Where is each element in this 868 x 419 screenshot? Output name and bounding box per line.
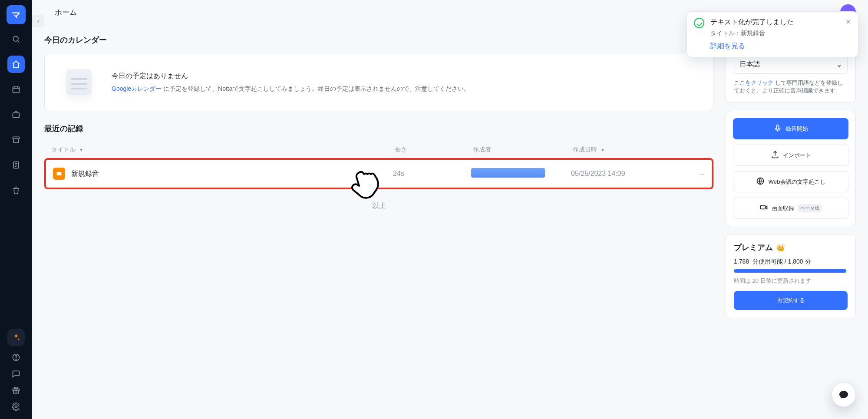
col-created[interactable]: 作成日時 bbox=[573, 146, 597, 153]
sidebar-feedback-icon[interactable] bbox=[12, 370, 20, 380]
col-length: 長さ bbox=[395, 146, 407, 153]
premium-progress bbox=[734, 269, 848, 273]
toast-close-icon[interactable]: ✕ bbox=[845, 18, 851, 51]
sidebar-trash-icon[interactable] bbox=[7, 181, 25, 199]
sidebar: マ bbox=[0, 0, 32, 419]
renew-button[interactable]: 再契約する bbox=[734, 291, 848, 310]
calendar-empty-title: 今日の予定はありません bbox=[112, 72, 470, 81]
records-section-title: 最近の記録 bbox=[44, 123, 713, 134]
page-title: ホーム bbox=[55, 7, 77, 17]
mic-icon bbox=[773, 124, 782, 134]
record-title: 新規録音 bbox=[71, 169, 393, 178]
globe-icon bbox=[756, 177, 765, 187]
svg-rect-14 bbox=[761, 205, 766, 209]
sidebar-archive-icon[interactable] bbox=[7, 131, 25, 148]
sidebar-briefcase-icon[interactable] bbox=[7, 106, 25, 123]
record-more-icon[interactable]: ⋯ bbox=[684, 170, 705, 178]
svg-point-7 bbox=[16, 359, 17, 360]
screen-record-label: 画面収録 bbox=[772, 205, 794, 212]
col-title[interactable]: タイトル bbox=[51, 146, 76, 153]
chat-fab[interactable] bbox=[832, 383, 856, 407]
svg-rect-12 bbox=[777, 125, 779, 129]
check-circle-icon bbox=[694, 18, 704, 28]
sidebar-gift-icon[interactable] bbox=[12, 386, 20, 396]
premium-title: プレミアム bbox=[734, 242, 773, 253]
col-author: 作成者 bbox=[473, 146, 491, 153]
import-button[interactable]: インポート bbox=[733, 145, 848, 166]
sidebar-settings-icon[interactable] bbox=[12, 403, 20, 413]
import-label: インポート bbox=[783, 152, 811, 159]
sidebar-sparkle-icon[interactable] bbox=[7, 329, 25, 346]
beta-badge: ベータ版 bbox=[798, 204, 822, 212]
start-recording-button[interactable]: 録音開始 bbox=[733, 118, 848, 139]
calendar-illustration-icon bbox=[58, 65, 100, 99]
sidebar-search-icon[interactable] bbox=[7, 30, 25, 48]
google-calendar-link[interactable]: Googleカレンダー bbox=[112, 85, 162, 92]
language-value: 日本語 bbox=[739, 60, 760, 69]
sidebar-home-icon[interactable] bbox=[7, 56, 25, 73]
screen-record-icon bbox=[759, 203, 768, 213]
sidebar-note-icon[interactable] bbox=[7, 156, 25, 174]
sort-created-icon[interactable]: ▾ bbox=[601, 147, 604, 153]
app-logo[interactable]: マ bbox=[7, 5, 26, 24]
records-header: タイトル ▾ 長さ 作成者 作成日時 ▾ bbox=[44, 142, 713, 158]
sidebar-collapse-handle[interactable]: › bbox=[32, 15, 44, 27]
renew-label: 再契約する bbox=[777, 297, 805, 304]
language-select[interactable]: 日本語 ⌄ bbox=[734, 55, 848, 74]
start-recording-label: 録音開始 bbox=[785, 125, 808, 133]
actions-panel: 録音開始 インポート Web会議の文字起こし bbox=[726, 111, 856, 226]
web-meeting-label: Web会議の文字起こし bbox=[768, 178, 825, 186]
premium-usage: 1,788 分使用可能 / 1,800 分 bbox=[734, 258, 848, 266]
toast-details-link[interactable]: 詳細を見る bbox=[710, 42, 745, 51]
svg-point-0 bbox=[13, 36, 18, 41]
svg-rect-4 bbox=[13, 137, 20, 139]
chat-bubble-icon bbox=[838, 389, 849, 400]
toast-subtitle: タイトル：新規録音 bbox=[710, 30, 839, 37]
svg-point-9 bbox=[15, 406, 17, 408]
record-created: 05/25/2023 14:09 bbox=[571, 170, 684, 178]
sidebar-calendar-icon[interactable] bbox=[7, 81, 25, 98]
toast-title: テキスト化が完了しました bbox=[710, 18, 839, 27]
svg-rect-3 bbox=[13, 113, 20, 118]
screen-record-button[interactable]: 画面収録 ベータ版 bbox=[733, 198, 848, 219]
premium-panel: プレミアム 👑 1,788 分使用可能 / 1,800 分 時間は 20 日後に… bbox=[726, 234, 856, 318]
toast-transcription-complete: テキスト化が完了しました タイトル：新規録音 詳細を見る ✕ bbox=[686, 11, 858, 57]
sidebar-help-icon[interactable] bbox=[12, 353, 20, 363]
calendar-empty-card: 今日の予定はありません Googleカレンダー に予定を登録して、Nottaで文… bbox=[44, 53, 713, 111]
calendar-section-title: 今日のカレンダー bbox=[44, 35, 713, 45]
crown-icon: 👑 bbox=[776, 244, 785, 252]
svg-point-11 bbox=[58, 173, 60, 175]
record-author bbox=[471, 168, 571, 179]
record-row[interactable]: 新規録音 24s 05/25/2023 14:09 ⋯ bbox=[44, 158, 713, 189]
record-length: 24s bbox=[393, 170, 471, 178]
upload-icon bbox=[771, 150, 779, 160]
svg-rect-2 bbox=[13, 87, 20, 92]
dictionary-link[interactable]: ここをクリック bbox=[734, 79, 773, 86]
premium-refresh-note: 時間は 20 日後に更新されます bbox=[734, 277, 848, 285]
svg-line-1 bbox=[18, 41, 20, 43]
sort-title-icon[interactable]: ▾ bbox=[80, 147, 83, 153]
calendar-empty-desc: に予定を登録して、Nottaで文字起こししてみましょう。終日の予定は表示されませ… bbox=[163, 85, 469, 92]
web-meeting-button[interactable]: Web会議の文字起こし bbox=[733, 171, 848, 192]
recording-icon bbox=[53, 168, 65, 180]
chevron-down-icon: ⌄ bbox=[836, 60, 842, 69]
records-footer: 以上 bbox=[44, 189, 713, 215]
